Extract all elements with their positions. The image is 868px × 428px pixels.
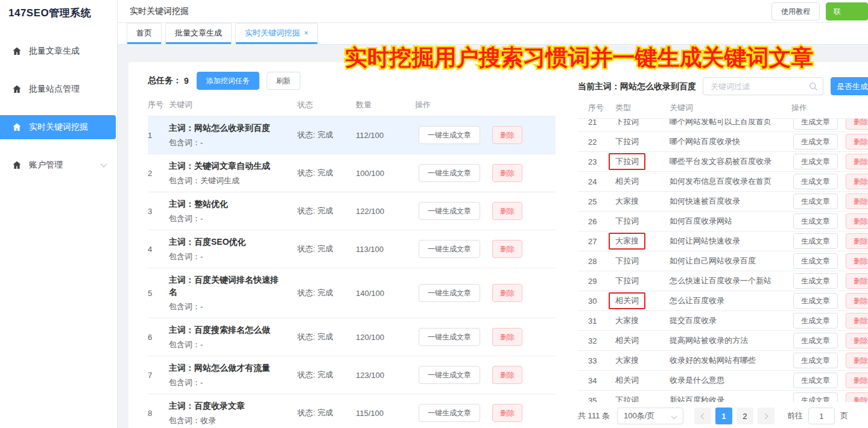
delete-button[interactable]: 删除 xyxy=(492,404,522,422)
generate-article-button[interactable]: 生成文章 xyxy=(793,154,838,169)
generate-article-button[interactable]: 生成文章 xyxy=(793,273,838,289)
delete-button[interactable]: 删除 xyxy=(492,126,522,144)
generate-article-button[interactable]: 生成文章 xyxy=(793,353,838,368)
col-header-ops: 操作 xyxy=(415,99,556,110)
included-words: 包含词：收录 xyxy=(169,415,284,426)
total-tasks-value: 9 xyxy=(184,76,189,86)
generate-article-button[interactable]: 一键生成文章 xyxy=(419,240,480,258)
page-size-value: 100条/页 xyxy=(624,411,654,421)
home-icon xyxy=(12,160,22,170)
chevron-left-icon xyxy=(701,413,707,419)
delete-button[interactable]: 删除 xyxy=(846,154,868,169)
delete-button[interactable]: 删除 xyxy=(846,213,868,229)
keyword-cell: 如何快速被百度收录 xyxy=(670,196,791,207)
delete-button[interactable]: 删除 xyxy=(492,328,522,346)
table-row: 22 下拉词 哪个网站百度收录快 生成文章 删除 xyxy=(578,132,868,152)
count-cell: 112/100 xyxy=(356,131,415,140)
chevron-right-icon xyxy=(762,413,768,419)
ops-cell: 生成文章 删除 xyxy=(791,154,868,169)
generate-article-button[interactable]: 生成文章 xyxy=(793,313,838,329)
close-icon[interactable]: × xyxy=(304,29,308,37)
sidebar-item-keyword-mining[interactable]: 实时关键词挖掘 xyxy=(0,115,116,139)
keyword-cell: 主词：网站怎么做才有流量 包含词：- xyxy=(169,356,297,394)
sidebar-item-batch-site[interactable]: 批量站点管理 xyxy=(0,77,117,101)
delete-button[interactable]: 删除 xyxy=(846,333,868,348)
delete-button[interactable]: 删除 xyxy=(846,174,868,189)
type-cell: 相关词 xyxy=(615,332,670,349)
generate-article-button[interactable]: 生成文章 xyxy=(793,174,838,189)
tab-batch-article[interactable]: 批量文章生成 xyxy=(165,23,232,44)
page-1-button[interactable]: 1 xyxy=(715,408,732,424)
sidebar: 147SEO管理系统 批量文章生成 批量站点管理 实时关键词挖掘 账户管理 xyxy=(0,0,118,428)
sidebar-item-account[interactable]: 账户管理 xyxy=(0,153,117,177)
delete-button[interactable]: 删除 xyxy=(846,119,868,130)
ops-cell: 生成文章 删除 xyxy=(791,134,868,149)
page-2-button[interactable]: 2 xyxy=(737,408,753,424)
generate-article-button[interactable]: 一键生成文章 xyxy=(419,202,480,220)
type-value: 相关词 xyxy=(609,372,645,389)
status-cell: 状态: 完成 xyxy=(297,408,356,418)
delete-button[interactable]: 删除 xyxy=(846,194,868,209)
goto-page-input[interactable] xyxy=(808,408,835,424)
generate-article-button[interactable]: 生成文章 xyxy=(793,134,838,149)
generate-article-button[interactable]: 生成文章 xyxy=(793,119,838,130)
home-icon xyxy=(12,46,22,56)
ops-cell: 生成文章 删除 xyxy=(791,293,868,309)
delete-button[interactable]: 删除 xyxy=(846,134,868,149)
add-mining-task-button[interactable]: 添加挖词任务 xyxy=(197,72,259,90)
delete-button[interactable]: 删除 xyxy=(846,373,868,388)
delete-button[interactable]: 删除 xyxy=(492,284,522,302)
generate-article-button[interactable]: 一键生成文章 xyxy=(419,328,480,346)
generate-article-button[interactable]: 生成文章 xyxy=(793,194,838,209)
delete-button[interactable]: 删除 xyxy=(492,366,522,384)
next-page-button[interactable] xyxy=(758,408,775,424)
green-contact-button[interactable]: 联 xyxy=(826,2,868,20)
sidebar-item-batch-article[interactable]: 批量文章生成 xyxy=(0,39,117,63)
delete-button[interactable]: 删除 xyxy=(846,253,868,269)
refresh-button[interactable]: 刷新 xyxy=(267,72,300,90)
delete-button[interactable]: 删除 xyxy=(492,164,522,182)
delete-button[interactable]: 删除 xyxy=(492,202,522,220)
total-count: 共 111 条 xyxy=(578,411,610,421)
keyword-cell: 如何百度收录网站 xyxy=(670,216,791,227)
delete-button[interactable]: 删除 xyxy=(846,353,868,368)
delete-button[interactable]: 删除 xyxy=(846,293,868,309)
main-keyword: 主词：整站优化 xyxy=(169,198,284,210)
delete-button[interactable]: 删除 xyxy=(492,240,522,258)
type-value: 大家搜 xyxy=(609,352,645,369)
keyword-filter-input[interactable] xyxy=(703,77,823,95)
prev-page-button[interactable] xyxy=(694,408,711,424)
delete-button[interactable]: 删除 xyxy=(846,392,868,402)
generate-article-button[interactable]: 生成文章 xyxy=(793,213,838,229)
generate-article-button[interactable]: 一键生成文章 xyxy=(419,126,480,144)
keyword-cell: 主词：百度SEO优化 包含词：- xyxy=(169,230,297,268)
home-icon xyxy=(12,84,22,94)
type-cell: 大家搜 xyxy=(615,233,670,250)
ops-cell: 生成文章 删除 xyxy=(791,194,868,209)
generate-article-button[interactable]: 一键生成文章 xyxy=(419,404,480,422)
generate-article-button[interactable]: 生成文章 xyxy=(793,293,838,309)
generate-article-button[interactable]: 一键生成文章 xyxy=(419,366,480,384)
generate-article-button[interactable]: 一键生成文章 xyxy=(419,164,480,182)
generate-article-button[interactable]: 生成文章 xyxy=(793,233,838,249)
tab-home[interactable]: 首页 xyxy=(127,23,162,44)
col-header-status: 状态 xyxy=(297,99,356,110)
type-value: 下拉词 xyxy=(609,133,645,150)
page-size-select[interactable]: 100条/页 xyxy=(617,408,683,424)
task-panel: 总任务： 9 添加挖词任务 刷新 序号 关键词 状态 数量 操作 1 主词：网站 xyxy=(148,72,556,428)
tab-keyword-mining[interactable]: 实时关键词挖掘× xyxy=(235,23,318,44)
table-row: 35 下拉词 新站百度秒收录 生成文章 删除 xyxy=(578,391,868,402)
current-main-word: 当前主词：网站怎么收录到百度 xyxy=(578,81,696,91)
generate-all-button[interactable]: 是否生成: xyxy=(831,77,868,95)
tutorial-button[interactable]: 使用教程 xyxy=(771,2,820,20)
type-value: 下拉词 xyxy=(609,119,645,130)
generate-article-button[interactable]: 一键生成文章 xyxy=(419,284,480,302)
generate-article-button[interactable]: 生成文章 xyxy=(793,373,838,388)
generate-article-button[interactable]: 生成文章 xyxy=(793,253,838,269)
delete-button[interactable]: 删除 xyxy=(846,233,868,249)
delete-button[interactable]: 删除 xyxy=(846,313,868,329)
included-words: 包含词：- xyxy=(169,377,284,388)
generate-article-button[interactable]: 生成文章 xyxy=(793,392,838,402)
delete-button[interactable]: 删除 xyxy=(846,273,868,289)
generate-article-button[interactable]: 生成文章 xyxy=(793,333,838,348)
